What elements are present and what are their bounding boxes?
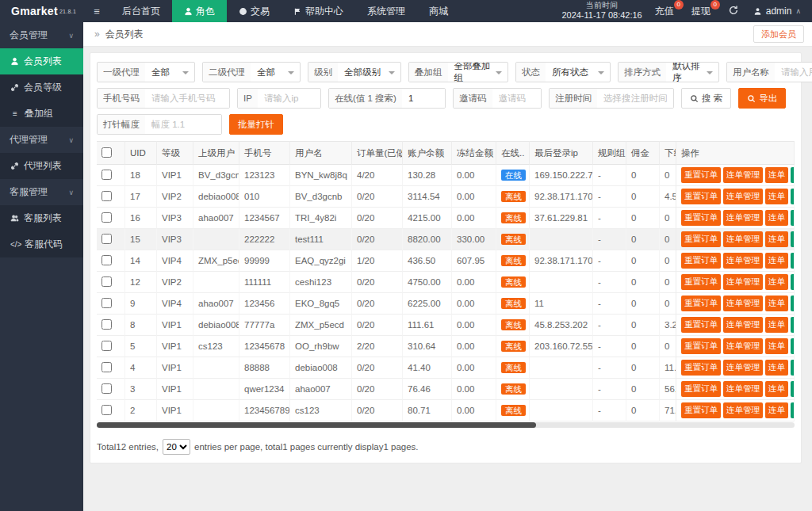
page-size-select[interactable]: 20: [163, 439, 190, 455]
combo-manage-button[interactable]: 连单管理: [723, 381, 763, 397]
nav-item-dashboard[interactable]: 后台首页: [110, 0, 172, 22]
combo-manage-button[interactable]: 连单管理: [723, 360, 763, 376]
sidebar-group-support[interactable]: 客服管理 ∨: [0, 179, 83, 205]
sidebar-item-member-level[interactable]: 会员等级: [0, 74, 83, 101]
nav-item-roles[interactable]: 角色: [172, 0, 227, 22]
nav-item-mall[interactable]: 商城: [417, 0, 460, 22]
reset-order-button[interactable]: 重置订单: [681, 402, 721, 418]
overlay-group-select[interactable]: 全部叠加组: [448, 63, 508, 82]
sidebar-item-member-list[interactable]: 会员列表: [0, 48, 83, 74]
sidebar-item-agent-list[interactable]: 代理列表: [0, 153, 83, 179]
ip-input[interactable]: [258, 89, 320, 108]
row-checkbox[interactable]: [102, 276, 112, 287]
combo-manage-button[interactable]: 连单管理: [723, 274, 763, 290]
edit-button[interactable]: 编辑: [791, 231, 795, 247]
agent1-select[interactable]: 全部: [145, 63, 194, 82]
edit-button[interactable]: 编辑: [791, 253, 795, 269]
row-checkbox[interactable]: [102, 170, 112, 180]
recharge-button[interactable]: 充值 0: [655, 5, 679, 18]
edit-button[interactable]: 编辑: [791, 338, 795, 354]
reset-order-button[interactable]: 重置订单: [681, 167, 721, 183]
reset-order-button[interactable]: 重置订单: [681, 296, 721, 311]
scrollbar-thumb[interactable]: [97, 422, 536, 428]
combo-button[interactable]: 连单: [765, 231, 788, 247]
status-select[interactable]: 所有状态: [546, 63, 610, 82]
reset-order-button[interactable]: 重置订单: [681, 317, 721, 333]
reset-order-button[interactable]: 重置订单: [681, 210, 721, 226]
edit-button[interactable]: 编辑: [791, 167, 795, 183]
combo-manage-button[interactable]: 连单管理: [723, 210, 763, 226]
combo-manage-button[interactable]: 连单管理: [723, 296, 763, 311]
export-button[interactable]: 导出: [738, 88, 786, 109]
edit-button[interactable]: 编辑: [791, 189, 795, 204]
sidebar-item-overlay-group[interactable]: ≡ 叠加组: [0, 101, 83, 127]
reset-order-button[interactable]: 重置订单: [681, 274, 721, 290]
reg-time-input[interactable]: [597, 89, 673, 108]
combo-manage-button[interactable]: 连单管理: [723, 189, 763, 204]
search-button[interactable]: 搜 索: [681, 88, 731, 109]
combo-button[interactable]: 连单: [765, 402, 788, 418]
reset-order-button[interactable]: 重置订单: [681, 338, 721, 354]
combo-manage-button[interactable]: 连单管理: [723, 338, 763, 354]
row-checkbox[interactable]: [102, 191, 112, 201]
sidebar-group-agents[interactable]: 代理管理 ∨: [0, 127, 83, 153]
sidebar-group-members[interactable]: 会员管理 ∨: [0, 22, 83, 48]
phone-input[interactable]: [145, 89, 229, 108]
row-checkbox[interactable]: [102, 319, 112, 330]
inject-range-input[interactable]: [145, 115, 221, 134]
combo-manage-button[interactable]: 连单管理: [723, 317, 763, 333]
edit-button[interactable]: 编辑: [791, 360, 795, 376]
reset-order-button[interactable]: 重置订单: [681, 231, 721, 247]
row-checkbox[interactable]: [102, 383, 112, 394]
select-all-checkbox[interactable]: [102, 147, 112, 158]
nav-item-trade[interactable]: 交易: [227, 0, 282, 22]
edit-button[interactable]: 编辑: [791, 274, 795, 290]
user-menu[interactable]: admin ∧: [753, 6, 801, 17]
reset-order-button[interactable]: 重置订单: [681, 253, 721, 269]
combo-button[interactable]: 连单: [765, 338, 788, 354]
edit-button[interactable]: 编辑: [791, 296, 795, 311]
add-member-button[interactable]: 添加会员: [753, 25, 804, 43]
agent2-select[interactable]: 全部: [251, 63, 300, 82]
nav-item-system[interactable]: 系统管理: [355, 0, 417, 22]
combo-button[interactable]: 连单: [765, 360, 788, 376]
online-input[interactable]: [402, 89, 445, 108]
sort-select[interactable]: 默认排序: [666, 63, 718, 82]
reset-order-button[interactable]: 重置订单: [681, 189, 721, 204]
sidebar-item-support-list[interactable]: 客服列表: [0, 205, 83, 231]
combo-manage-button[interactable]: 连单管理: [723, 167, 763, 183]
combo-button[interactable]: 连单: [765, 167, 788, 183]
edit-button[interactable]: 编辑: [791, 402, 795, 418]
edit-button[interactable]: 编辑: [791, 210, 795, 226]
reset-order-button[interactable]: 重置订单: [681, 360, 721, 376]
combo-button[interactable]: 连单: [765, 317, 788, 333]
row-checkbox[interactable]: [102, 341, 112, 351]
invite-code-input[interactable]: [492, 89, 542, 108]
edit-button[interactable]: 编辑: [791, 317, 795, 333]
edit-button[interactable]: 编辑: [791, 381, 795, 397]
row-checkbox[interactable]: [102, 212, 112, 223]
nav-item-help-center[interactable]: 帮助中心: [282, 0, 355, 22]
username-input[interactable]: [775, 63, 812, 82]
combo-button[interactable]: 连单: [765, 381, 788, 397]
row-checkbox[interactable]: [102, 405, 112, 415]
row-checkbox[interactable]: [102, 255, 112, 265]
combo-button[interactable]: 连单: [765, 296, 788, 311]
combo-manage-button[interactable]: 连单管理: [723, 402, 763, 418]
combo-manage-button[interactable]: 连单管理: [723, 253, 763, 269]
menu-toggle-icon[interactable]: ≡: [83, 0, 110, 22]
row-checkbox[interactable]: [102, 234, 112, 244]
combo-manage-button[interactable]: 连单管理: [723, 231, 763, 247]
combo-button[interactable]: 连单: [765, 253, 788, 269]
combo-button[interactable]: 连单: [765, 210, 788, 226]
withdraw-button[interactable]: 提现 0: [691, 5, 715, 18]
level-select[interactable]: 全部级别: [338, 63, 400, 82]
combo-button[interactable]: 连单: [765, 189, 788, 204]
batch-inject-button[interactable]: 批量打针: [229, 114, 283, 135]
combo-button[interactable]: 连单: [765, 274, 788, 290]
sidebar-item-support-code[interactable]: </> 客服代码: [0, 231, 83, 257]
reset-order-button[interactable]: 重置订单: [681, 381, 721, 397]
row-checkbox[interactable]: [102, 362, 112, 372]
row-checkbox[interactable]: [102, 298, 112, 308]
refresh-icon[interactable]: [728, 5, 741, 17]
